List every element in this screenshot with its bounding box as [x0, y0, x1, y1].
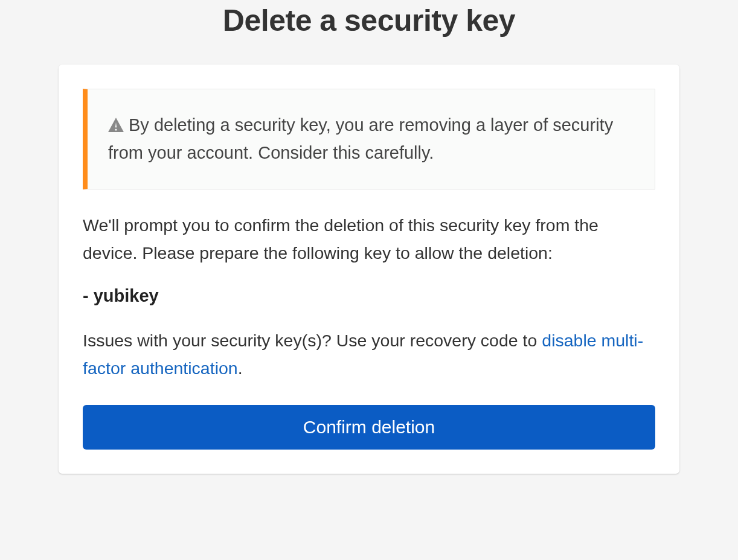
- page-title: Delete a security key: [59, 3, 679, 38]
- security-key-name: - yubikey: [83, 286, 655, 306]
- warning-message: By deleting a security key, you are remo…: [108, 115, 613, 162]
- prompt-text: We'll prompt you to confirm the deletion…: [83, 211, 655, 267]
- warning-banner: By deleting a security key, you are remo…: [83, 89, 655, 189]
- warning-icon: [108, 118, 124, 132]
- warning-text: By deleting a security key, you are remo…: [108, 111, 629, 167]
- delete-security-key-card: By deleting a security key, you are remo…: [59, 65, 679, 474]
- issues-text: Issues with your security key(s)? Use yo…: [83, 326, 655, 382]
- confirm-deletion-button[interactable]: Confirm deletion: [83, 405, 655, 450]
- issues-suffix: .: [238, 358, 243, 378]
- issues-prefix: Issues with your security key(s)? Use yo…: [83, 331, 542, 350]
